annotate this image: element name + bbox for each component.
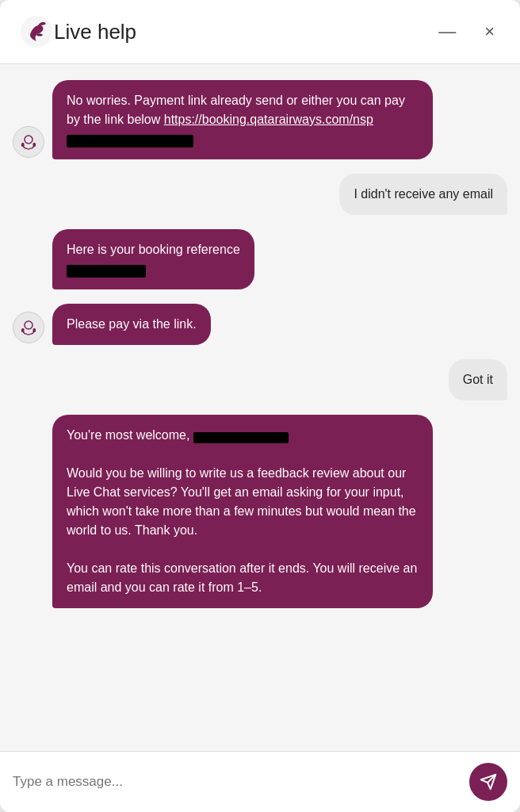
chat-window: Live help — × No worries. Payment link a…	[0, 0, 520, 812]
headset-icon	[19, 318, 38, 337]
agent-avatar	[13, 126, 44, 158]
message-row: Here is your booking reference	[13, 229, 507, 289]
agent-message-bubble: You're most welcome, Would you be willin…	[52, 415, 433, 608]
qa-logo-icon	[19, 14, 54, 49]
send-icon	[480, 773, 497, 791]
svg-rect-3	[33, 143, 36, 147]
svg-point-4	[25, 321, 32, 329]
agent-avatar	[13, 312, 44, 343]
redacted-content	[67, 135, 193, 147]
agent-feedback-text: Would you be willing to write us a feedb…	[67, 466, 416, 537]
svg-rect-2	[21, 143, 25, 147]
headset-icon	[19, 132, 38, 151]
agent-rating-text: You can rate this conversation after it …	[67, 561, 417, 594]
agent-welcome-text: You're most welcome,	[67, 428, 193, 442]
message-row: You're most welcome, Would you be willin…	[13, 415, 507, 608]
user-message-text: Got it	[463, 373, 493, 386]
message-row: No worries. Payment link already send or…	[13, 80, 507, 159]
header-controls: — ×	[432, 20, 501, 44]
chat-body: No worries. Payment link already send or…	[0, 64, 520, 751]
agent-message-text: Please pay via the link.	[67, 317, 197, 331]
chat-input-bar	[0, 751, 520, 812]
send-button[interactable]	[469, 763, 507, 801]
redacted-name	[193, 432, 289, 443]
message-input[interactable]	[13, 774, 460, 790]
header-title: Live help	[54, 20, 432, 44]
svg-rect-6	[33, 328, 36, 332]
payment-link[interactable]: https://booking.qatarairways.com/nsp	[164, 113, 373, 126]
message-row: Got it	[13, 359, 507, 400]
message-row: Please pay via the link.	[13, 304, 507, 345]
chat-header: Live help — ×	[0, 0, 520, 64]
close-button[interactable]: ×	[478, 20, 501, 44]
agent-message-bubble: Please pay via the link.	[52, 304, 211, 345]
user-message-bubble: I didn't receive any email	[339, 174, 507, 215]
agent-message-bubble: No worries. Payment link already send or…	[52, 80, 433, 159]
user-message-bubble: Got it	[449, 359, 507, 400]
svg-rect-5	[21, 328, 25, 332]
agent-message-text: Here is your booking reference	[67, 243, 240, 256]
message-row: I didn't receive any email	[13, 174, 507, 215]
user-message-text: I didn't receive any email	[354, 187, 493, 201]
svg-point-1	[25, 136, 32, 144]
agent-message-bubble: Here is your booking reference	[52, 229, 254, 289]
minimize-button[interactable]: —	[432, 20, 462, 44]
redacted-content	[67, 265, 146, 278]
